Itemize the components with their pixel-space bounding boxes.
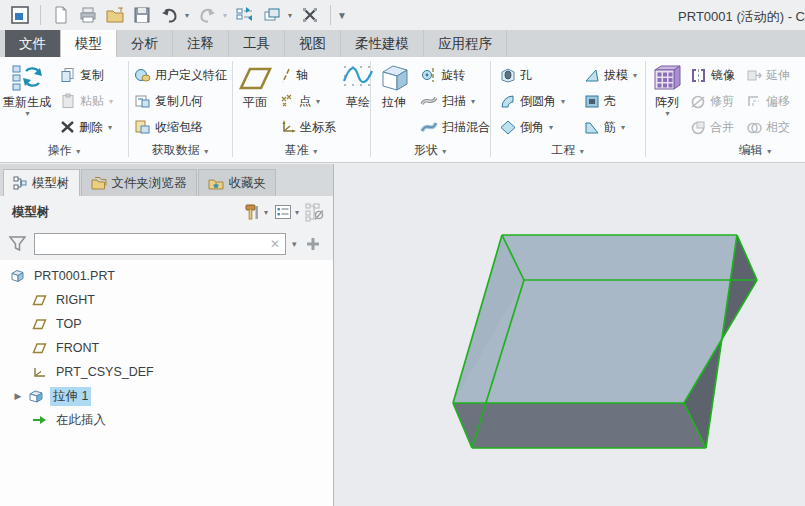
clear-search-icon[interactable]: ✕ bbox=[265, 237, 285, 251]
add-filter-icon[interactable] bbox=[305, 236, 321, 252]
undo-button[interactable] bbox=[157, 3, 181, 27]
chevron-down-icon[interactable]: ▾ bbox=[665, 109, 669, 118]
extrude-solid-model[interactable] bbox=[334, 164, 805, 506]
chevron-down-icon[interactable]: ▾ bbox=[25, 109, 29, 118]
chevron-down-icon[interactable]: ▾ bbox=[264, 208, 268, 217]
shrinkwrap-button[interactable]: 收缩包络 bbox=[132, 114, 229, 140]
model-player-icon[interactable] bbox=[233, 3, 257, 27]
chevron-down-icon[interactable]: ▾ bbox=[471, 97, 475, 106]
shrinkwrap-icon bbox=[134, 119, 151, 135]
datum-axis-button[interactable]: 轴 bbox=[278, 62, 338, 88]
save-button[interactable] bbox=[130, 3, 154, 27]
tree-filters-button[interactable]: ▾ bbox=[274, 204, 299, 220]
shell-button[interactable]: 壳 bbox=[582, 88, 640, 114]
chevron-down-icon[interactable]: ▾ bbox=[549, 123, 553, 132]
tab-file[interactable]: 文件 bbox=[5, 30, 61, 57]
tree-settings-button[interactable]: ▾ bbox=[243, 203, 268, 221]
group-label-shapes[interactable]: 形状 ▾ bbox=[370, 142, 490, 159]
datum-point-icon bbox=[280, 94, 295, 108]
datum-csys-button[interactable]: 坐标系 bbox=[278, 114, 338, 140]
chevron-down-icon[interactable]: ▾ bbox=[633, 71, 637, 80]
customize-toolbar-dropdown[interactable]: ▼ bbox=[337, 10, 347, 21]
tab-model[interactable]: 模型 bbox=[61, 30, 117, 57]
offset-icon bbox=[746, 94, 762, 109]
delete-button[interactable]: 删除 ▾ bbox=[58, 114, 115, 140]
chevron-down-icon[interactable]: ▾ bbox=[295, 208, 299, 217]
group-label-engineering[interactable]: 工程 ▾ bbox=[490, 142, 645, 159]
rib-button[interactable]: 筋 ▾ bbox=[582, 114, 640, 140]
group-label-datum[interactable]: 基准 ▾ bbox=[232, 142, 370, 159]
revolve-button[interactable]: 旋转 bbox=[418, 62, 492, 88]
app-icon[interactable] bbox=[8, 3, 32, 27]
model-tree: PRT0001.PRT RIGHT TOP FRONT PRT_CSYS_DEF… bbox=[0, 260, 334, 506]
group-label-operations[interactable]: 操作 ▾ bbox=[2, 142, 126, 159]
chevron-down-icon[interactable]: ▾ bbox=[621, 123, 625, 132]
windows-dropdown[interactable]: ▾ bbox=[285, 11, 295, 20]
round-icon bbox=[500, 94, 516, 109]
navigator-title: 模型树 bbox=[12, 204, 243, 221]
folder-browser-icon bbox=[91, 176, 107, 190]
sketch-button[interactable]: 草绘 bbox=[340, 61, 376, 111]
datum-plane-icon bbox=[32, 294, 47, 306]
tab-flexible-modeling[interactable]: 柔性建模 bbox=[341, 30, 424, 57]
extrude-button[interactable]: 拉伸 bbox=[376, 61, 412, 111]
box-front-face[interactable] bbox=[453, 403, 706, 448]
merge-icon bbox=[690, 120, 706, 135]
new-file-button[interactable] bbox=[49, 3, 73, 27]
tab-annotate[interactable]: 注释 bbox=[173, 30, 229, 57]
close-window-button[interactable] bbox=[298, 3, 322, 27]
undo-dropdown[interactable]: ▾ bbox=[182, 11, 192, 20]
tree-item-right[interactable]: RIGHT bbox=[0, 288, 333, 312]
sketch-icon bbox=[341, 63, 375, 93]
tab-tools[interactable]: 工具 bbox=[229, 30, 285, 57]
regenerate-button[interactable]: 重新生成 ▾ bbox=[2, 61, 52, 120]
hole-button[interactable]: 孔 bbox=[498, 62, 582, 88]
tree-item-extrude[interactable]: ▶ 拉伸 1 bbox=[0, 384, 333, 408]
tab-applications[interactable]: 应用程序 bbox=[424, 30, 507, 57]
print-button[interactable] bbox=[76, 3, 100, 27]
extend-button: 延伸 bbox=[744, 62, 796, 88]
chevron-down-icon[interactable]: ▾ bbox=[316, 97, 320, 106]
sweep-button[interactable]: 扫描 ▾ bbox=[418, 88, 492, 114]
graphics-viewport[interactable] bbox=[334, 164, 805, 506]
udf-button[interactable]: 用户定义特征 bbox=[132, 62, 229, 88]
navigator-tab-bar: 模型树 文件夹浏览器 收藏夹 bbox=[0, 164, 334, 196]
chamfer-button[interactable]: 倒角 ▾ bbox=[498, 114, 582, 140]
creo-window: ▾ ▾ ▾ ▼ PRT0001 (活动的) - C 文件 模型 分析 注释 工具… bbox=[0, 0, 805, 506]
extend-icon bbox=[746, 68, 762, 83]
tree-item-front[interactable]: FRONT bbox=[0, 336, 333, 360]
copy-geometry-icon bbox=[134, 93, 151, 109]
delete-icon bbox=[60, 120, 75, 134]
redo-button[interactable] bbox=[195, 3, 219, 27]
tab-folder-browser[interactable]: 文件夹浏览器 bbox=[81, 169, 197, 196]
copy-geometry-button[interactable]: 复制几何 bbox=[132, 88, 229, 114]
open-button[interactable] bbox=[103, 3, 127, 27]
tree-item-csys[interactable]: PRT_CSYS_DEF bbox=[0, 360, 333, 384]
round-button[interactable]: 倒圆角 ▾ bbox=[498, 88, 582, 114]
expand-arrow-icon[interactable]: ▶ bbox=[12, 391, 24, 401]
tab-view[interactable]: 视图 bbox=[285, 30, 341, 57]
mirror-button[interactable]: 镜像 bbox=[688, 62, 744, 88]
chevron-down-icon[interactable]: ▾ bbox=[108, 123, 112, 132]
datum-plane-icon bbox=[237, 63, 273, 93]
group-label-get-data[interactable]: 获取数据 ▾ bbox=[128, 142, 232, 159]
tree-item-part[interactable]: PRT0001.PRT bbox=[0, 264, 333, 288]
tab-favorites[interactable]: 收藏夹 bbox=[198, 169, 277, 196]
extrude-icon bbox=[377, 63, 411, 93]
swept-blend-button[interactable]: 扫描混合 bbox=[418, 114, 492, 140]
copy-button[interactable]: 复制 bbox=[58, 62, 115, 88]
pattern-button[interactable]: 阵列 ▾ bbox=[650, 61, 684, 120]
draft-button[interactable]: 拔模 ▾ bbox=[582, 62, 640, 88]
group-label-editing[interactable]: 编辑 ▾ bbox=[700, 142, 805, 159]
windows-button[interactable] bbox=[260, 3, 284, 27]
tree-item-insert-here[interactable]: 在此插入 bbox=[0, 408, 333, 432]
datum-plane-button[interactable]: 平面 bbox=[236, 61, 274, 111]
tree-item-top[interactable]: TOP bbox=[0, 312, 333, 336]
chevron-down-icon[interactable]: ▾ bbox=[561, 97, 565, 106]
tree-search-input[interactable] bbox=[35, 235, 265, 253]
tab-model-tree[interactable]: 模型树 bbox=[3, 169, 80, 196]
box-back-face[interactable] bbox=[502, 235, 757, 280]
datum-point-button[interactable]: 点 ▾ bbox=[278, 88, 338, 114]
tab-analysis[interactable]: 分析 bbox=[117, 30, 173, 57]
search-options-dropdown[interactable]: ▾ bbox=[292, 239, 297, 249]
